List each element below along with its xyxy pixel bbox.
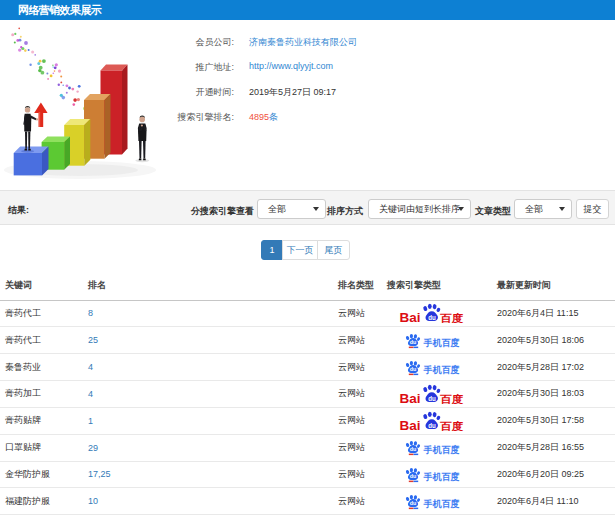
svg-text:du: du: [428, 395, 436, 402]
svg-text:手机百度: 手机百度: [423, 336, 460, 347]
svg-text:Bai: Bai: [400, 311, 421, 324]
svg-text:手机百度: 手机百度: [423, 444, 460, 455]
svg-text:手机百度: 手机百度: [423, 471, 460, 482]
svg-text:百度: 百度: [440, 393, 464, 404]
svg-text:百度: 百度: [440, 312, 464, 323]
svg-text:百度: 百度: [440, 420, 464, 431]
svg-text:du: du: [410, 366, 417, 372]
svg-text:Bai: Bai: [400, 391, 421, 404]
svg-text:Bai: Bai: [400, 418, 421, 431]
svg-text:du: du: [410, 339, 417, 345]
svg-text:du: du: [410, 446, 417, 452]
svg-text:du: du: [428, 421, 436, 428]
svg-text:du: du: [410, 473, 417, 479]
svg-text:du: du: [428, 314, 436, 321]
svg-text:手机百度: 手机百度: [423, 497, 460, 508]
svg-text:du: du: [410, 500, 417, 506]
svg-text:手机百度: 手机百度: [423, 363, 460, 374]
